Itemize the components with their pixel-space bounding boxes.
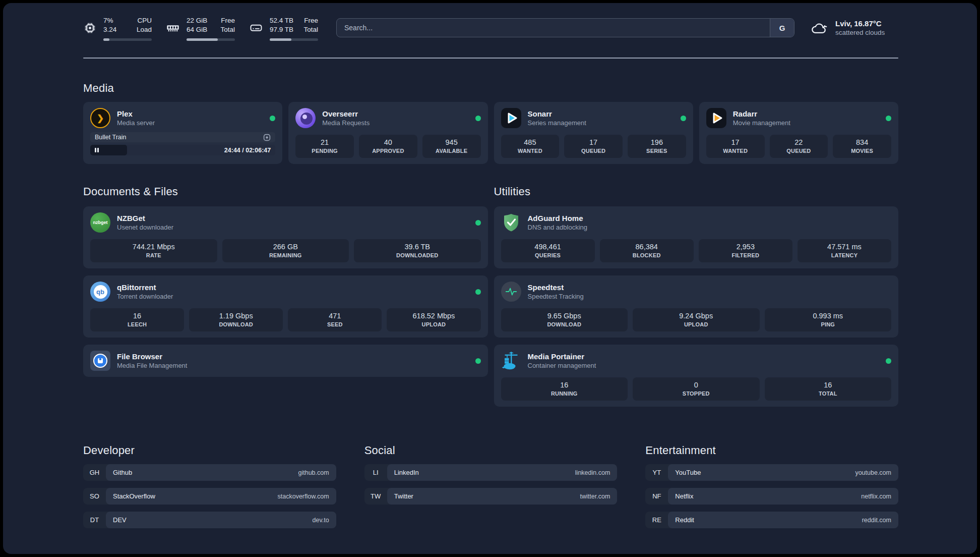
bookmark-abbr: NF [645, 488, 668, 505]
ram-progress-bar [187, 38, 235, 41]
weather-widget: Lviv, 16.87°C scattered clouds [810, 19, 898, 36]
ram-total-label: Total [220, 25, 235, 34]
stat-stopped: 0STOPPED [633, 377, 760, 401]
search-engine-button[interactable]: G [770, 19, 794, 37]
app-card-adguard[interactable]: AdGuard Home DNS and adblocking 498,461Q… [494, 206, 899, 268]
app-subtitle: Series management [528, 119, 674, 127]
now-playing-row: Bullet Train [90, 132, 275, 142]
bookmark-linkedin[interactable]: LI LinkedInlinkedin.com [364, 464, 618, 481]
bookmark-abbr: GH [83, 464, 106, 481]
stat-blocked: 86,384BLOCKED [600, 239, 694, 262]
stat-available: 945AVAILABLE [422, 135, 481, 158]
app-subtitle: Torrent downloader [117, 293, 469, 300]
bookmark-url: github.com [298, 469, 329, 476]
sonarr-icon [501, 108, 521, 128]
app-title: Media Portainer [528, 352, 880, 361]
stat-downloaded: 39.6 TBDOWNLOADED [354, 239, 481, 262]
stat-remaining: 266 GBREMAINING [222, 239, 349, 262]
pause-button[interactable] [95, 148, 99, 152]
app-card-radarr[interactable]: Radarr Movie management 17WANTED 22QUEUE… [699, 102, 898, 164]
app-title: AdGuard Home [528, 214, 892, 222]
status-dot [886, 358, 891, 364]
bookmark-url: linkedin.com [575, 469, 610, 476]
bookmark-github[interactable]: GH Githubgithub.com [83, 464, 336, 481]
stat-rate: 744.21 MbpsRATE [90, 239, 217, 262]
app-card-qbittorrent[interactable]: qb qBittorrent Torrent downloader 16LEEC… [83, 275, 488, 338]
app-title: Speedtest [528, 283, 892, 292]
bookmark-name: Reddit [675, 516, 694, 524]
bookmark-group-developer: Developer GH Githubgithub.com SO StackOv… [83, 444, 336, 528]
app-subtitle: Container management [528, 362, 880, 369]
stat-leech: 16LEECH [90, 308, 184, 331]
app-card-overseerr[interactable]: Overseerr Media Requests 21PENDING 40APP… [288, 102, 487, 164]
system-metrics: 7%CPU 3.24Load 22 GiBFree 64 GiBTotal [83, 16, 318, 39]
stat-approved: 40APPROVED [359, 135, 417, 158]
bookmark-name: StackOverflow [113, 492, 155, 500]
app-card-portainer[interactable]: Media Portainer Container management 16R… [494, 345, 899, 407]
app-title: Sonarr [528, 109, 674, 118]
section-title-social: Social [364, 444, 618, 457]
app-card-sonarr[interactable]: Sonarr Series management 485WANTED 17QUE… [494, 102, 693, 164]
app-title: NZBGet [117, 214, 469, 222]
search-bar: G [336, 18, 794, 37]
bookmark-youtube[interactable]: YT YouTubeyoutube.com [645, 464, 898, 481]
bookmark-netflix[interactable]: NF Netflixnetflix.com [645, 488, 898, 505]
ram-free-label: Free [221, 16, 235, 25]
bookmark-group-social: Social LI LinkedInlinkedin.com TW Twitte… [364, 444, 618, 528]
app-card-filebrowser[interactable]: File Browser Media File Management [83, 345, 488, 377]
section-title-utilities: Utilities [494, 185, 899, 198]
status-dot [886, 116, 891, 121]
stat-series: 196SERIES [628, 135, 686, 158]
stat-movies: 834MOVIES [833, 135, 891, 158]
weather-condition: scattered clouds [835, 29, 885, 36]
speedtest-icon [501, 282, 521, 302]
search-input[interactable] [337, 19, 770, 37]
bookmark-twitter[interactable]: TW Twittertwitter.com [364, 488, 618, 505]
section-title-media: Media [83, 82, 898, 95]
bookmark-reddit[interactable]: RE Redditreddit.com [645, 512, 898, 528]
app-title: Plex [117, 109, 263, 118]
app-title: Radarr [733, 109, 879, 118]
overseerr-icon [295, 108, 316, 128]
status-dot [475, 220, 481, 226]
app-subtitle: Media server [117, 119, 263, 127]
utilities-column: Utilities AdGuard Home DNS and adblockin… [494, 185, 899, 407]
now-playing-title: Bullet Train [95, 134, 127, 141]
cpu-load-label: Load [137, 25, 152, 34]
playback-progress-bar: 24:44 / 02:06:47 [90, 145, 275, 155]
stat-wanted: 17WANTED [706, 135, 765, 158]
disk-icon [249, 21, 263, 35]
nzbget-icon: nzbget [90, 212, 110, 233]
app-card-speedtest[interactable]: Speedtest Speedtest Tracking 9.65 GbpsDO… [494, 275, 899, 338]
status-dot [475, 358, 481, 364]
media-grid: ❯ Plex Media server Bullet Train 24:44 /… [83, 102, 898, 164]
app-subtitle: Media File Management [117, 362, 469, 369]
cpu-usage: 7% [103, 16, 113, 25]
ram-icon [166, 21, 180, 35]
app-subtitle: Usenet downloader [117, 224, 469, 231]
app-title: File Browser [117, 352, 469, 361]
dashboard-panel: 7%CPU 3.24Load 22 GiBFree 64 GiBTotal [3, 3, 977, 554]
app-card-plex[interactable]: ❯ Plex Media server Bullet Train 24:44 /… [83, 102, 282, 164]
bookmark-stackoverflow[interactable]: SO StackOverflowstackoverflow.com [83, 488, 336, 505]
bookmark-url: twitter.com [580, 493, 610, 500]
top-bar: 7%CPU 3.24Load 22 GiBFree 64 GiBTotal [83, 16, 898, 39]
app-subtitle: Movie management [733, 119, 879, 127]
cpu-load: 3.24 [103, 25, 116, 34]
bookmark-abbr: LI [364, 464, 387, 481]
stat-upload: 9.24 GbpsUPLOAD [633, 308, 760, 331]
qbittorrent-icon: qb [90, 282, 110, 302]
status-dot [681, 116, 686, 121]
bookmark-abbr: TW [364, 488, 387, 505]
status-dot [475, 116, 481, 121]
bookmark-dev[interactable]: DT DEVdev.to [83, 512, 336, 528]
cpu-label: CPU [137, 16, 152, 25]
app-card-nzbget[interactable]: nzbget NZBGet Usenet downloader 744.21 M… [83, 206, 488, 268]
disk-metric: 52.4 TBFree 97.9 TBTotal [249, 16, 318, 39]
documents-column: Documents & Files nzbget NZBGet Usenet d… [83, 185, 488, 407]
bookmark-url: stackoverflow.com [278, 493, 329, 500]
section-title-developer: Developer [83, 444, 336, 457]
disk-free-label: Free [304, 16, 318, 25]
status-dot [475, 289, 481, 295]
bookmark-abbr: YT [645, 464, 668, 481]
